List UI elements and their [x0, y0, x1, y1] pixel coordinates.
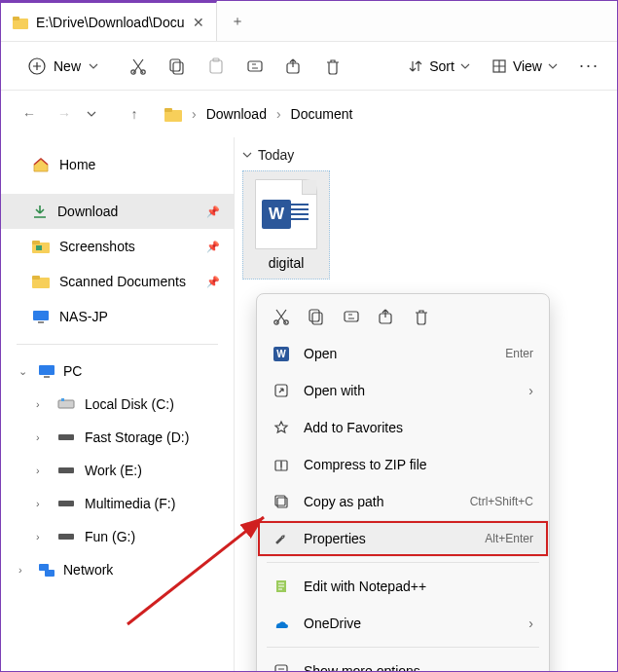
- sidebar-drive[interactable]: ›Fun (G:): [1, 520, 234, 553]
- new-tab-button[interactable]: ＋: [217, 1, 258, 41]
- new-button[interactable]: New: [18, 52, 108, 81]
- pin-icon: 📌: [206, 276, 220, 288]
- rename-icon[interactable]: [343, 308, 360, 325]
- sidebar-scanned[interactable]: Scanned Documents 📌: [1, 264, 234, 299]
- sidebar-nas[interactable]: NAS-JP: [1, 299, 234, 334]
- svg-rect-35: [345, 312, 358, 321]
- svg-rect-1: [13, 17, 19, 20]
- chevron-down-icon: [460, 63, 470, 69]
- ctx-label: Copy as path: [304, 494, 384, 509]
- sidebar-network[interactable]: › Network: [1, 553, 234, 586]
- chevron-right-icon[interactable]: ›: [36, 465, 48, 476]
- ctx-open-with[interactable]: Open with ›: [257, 372, 549, 409]
- paste-icon[interactable]: [207, 57, 225, 75]
- sidebar-pc[interactable]: ⌄ PC: [1, 355, 234, 388]
- breadcrumb-item[interactable]: Download: [206, 106, 267, 122]
- chevron-right-icon[interactable]: ›: [36, 431, 48, 443]
- copy-icon[interactable]: [168, 57, 186, 75]
- more-button[interactable]: ···: [579, 56, 600, 76]
- rename-icon[interactable]: [246, 57, 264, 75]
- chevron-right-icon[interactable]: ›: [36, 398, 48, 410]
- ctx-copy-path[interactable]: Copy as path Ctrl+Shift+C: [257, 483, 549, 520]
- share-icon[interactable]: [378, 308, 395, 325]
- toolbar: New Sort View ···: [1, 42, 617, 91]
- ctx-open[interactable]: W Open Enter: [257, 335, 549, 372]
- sidebar-home[interactable]: Home: [1, 147, 234, 182]
- svg-rect-33: [312, 313, 322, 324]
- share-icon[interactable]: [285, 57, 303, 75]
- sort-icon: [408, 58, 423, 74]
- folder-icon: [13, 16, 28, 29]
- ctx-shortcut: Alt+Enter: [485, 532, 533, 545]
- back-button[interactable]: ←: [17, 106, 42, 122]
- drive-label: Fast Storage (D:): [85, 429, 189, 445]
- view-button[interactable]: View: [491, 58, 558, 74]
- monitor-icon: [32, 310, 50, 323]
- plus-circle-icon: [28, 57, 46, 75]
- sidebar-drive[interactable]: ›Fast Storage (D:): [1, 421, 234, 454]
- chevron-right-icon[interactable]: ›: [18, 564, 30, 576]
- close-tab-icon[interactable]: ✕: [193, 15, 204, 30]
- more-options-icon: [273, 663, 290, 672]
- ctx-label: Properties: [304, 531, 366, 546]
- svg-rect-34: [309, 310, 319, 321]
- cut-icon[interactable]: [129, 57, 147, 75]
- svg-rect-21: [39, 365, 55, 375]
- drive-icon: [57, 466, 75, 475]
- ctx-properties[interactable]: Properties Alt+Enter: [257, 520, 549, 557]
- chevron-right-icon[interactable]: ›: [192, 106, 197, 122]
- drive-icon: [57, 499, 75, 508]
- svg-rect-20: [38, 321, 44, 323]
- breadcrumb: › Download › Document: [164, 106, 352, 122]
- svg-rect-28: [58, 534, 74, 540]
- svg-rect-25: [58, 434, 74, 440]
- drive-icon: [57, 432, 75, 442]
- breadcrumb-item[interactable]: Document: [291, 106, 353, 122]
- up-button[interactable]: ↑: [122, 106, 147, 122]
- svg-rect-19: [33, 311, 49, 320]
- chevron-right-icon[interactable]: ›: [36, 531, 48, 542]
- sidebar-download[interactable]: Download 📌: [1, 194, 234, 229]
- folder-icon: [32, 275, 50, 288]
- sidebar-label: Screenshots: [59, 239, 135, 254]
- sidebar-drive[interactable]: ›Multimedia (F:): [1, 487, 234, 520]
- ctx-notepadpp[interactable]: Edit with Notepad++: [257, 568, 549, 605]
- network-icon: [38, 563, 55, 577]
- sidebar-drive[interactable]: ›Work (E:): [1, 454, 234, 487]
- folder-icon: [32, 240, 50, 253]
- svg-rect-26: [58, 467, 74, 473]
- svg-rect-18: [32, 276, 40, 280]
- onedrive-icon: [273, 617, 290, 629]
- ctx-show-more[interactable]: Show more options: [257, 653, 549, 672]
- svg-rect-13: [164, 108, 172, 112]
- sort-button[interactable]: Sort: [408, 58, 470, 74]
- chevron-down-icon: [242, 152, 252, 158]
- ctx-label: Edit with Notepad++: [304, 579, 426, 594]
- folder-icon: [164, 107, 182, 122]
- ctx-favorites[interactable]: Add to Favorites: [257, 409, 549, 446]
- sort-label: Sort: [429, 58, 454, 74]
- cut-icon[interactable]: [273, 308, 290, 325]
- svg-rect-6: [170, 59, 180, 71]
- ctx-compress[interactable]: Compress to ZIP file: [257, 446, 549, 483]
- ctx-onedrive[interactable]: OneDrive ›: [257, 605, 549, 642]
- sidebar-screenshots[interactable]: Screenshots 📌: [1, 229, 234, 264]
- window-tab[interactable]: E:\Drive\Download\Docu ✕: [1, 1, 217, 41]
- delete-icon[interactable]: [324, 57, 342, 75]
- view-label: View: [513, 58, 542, 74]
- notepadpp-icon: [273, 579, 290, 594]
- file-item[interactable]: W digital: [242, 170, 330, 280]
- sidebar-label: Download: [57, 204, 118, 219]
- group-header[interactable]: Today: [242, 147, 609, 163]
- recent-dropdown-icon[interactable]: [87, 111, 112, 117]
- sidebar-drive[interactable]: ›Local Disk (C:): [1, 388, 234, 421]
- delete-icon[interactable]: [413, 308, 430, 325]
- svg-rect-29: [39, 564, 49, 571]
- copy-icon[interactable]: [308, 308, 325, 325]
- chevron-down-icon[interactable]: ⌄: [18, 365, 30, 378]
- chevron-right-icon[interactable]: ›: [276, 106, 281, 122]
- sidebar-label: Scanned Documents: [59, 274, 186, 289]
- chevron-right-icon[interactable]: ›: [36, 498, 48, 509]
- forward-button[interactable]: →: [52, 106, 77, 122]
- open-with-icon: [273, 383, 290, 398]
